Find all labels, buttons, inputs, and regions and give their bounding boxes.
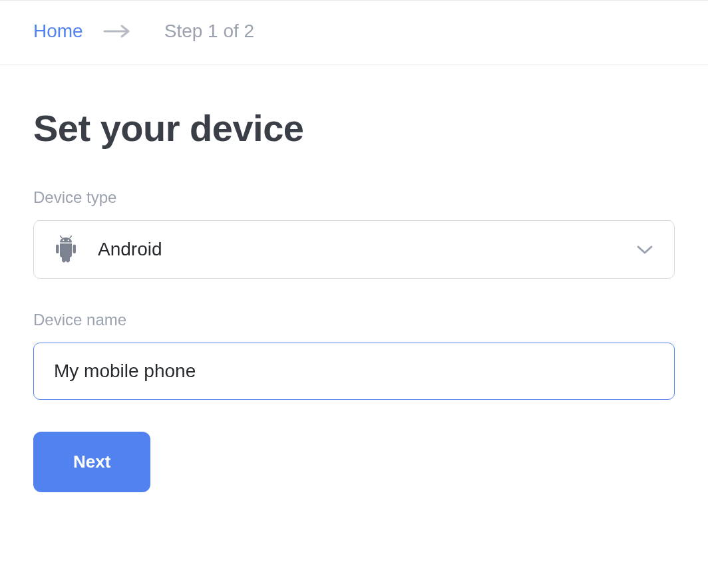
- next-button[interactable]: Next: [33, 432, 150, 492]
- page-title: Set your device: [33, 106, 675, 150]
- svg-rect-5: [56, 245, 59, 254]
- arrow-right-icon: [103, 23, 131, 39]
- breadcrumb-step-label: Step 1 of 2: [164, 21, 254, 42]
- breadcrumb: Home Step 1 of 2: [0, 1, 708, 65]
- svg-point-2: [68, 239, 69, 241]
- svg-line-3: [61, 236, 62, 238]
- device-type-select[interactable]: Android: [33, 220, 675, 279]
- svg-rect-6: [73, 245, 77, 254]
- svg-line-4: [70, 236, 71, 238]
- chevron-down-icon: [635, 244, 654, 255]
- device-name-input[interactable]: [33, 343, 675, 400]
- device-type-label: Device type: [33, 188, 675, 207]
- device-type-value: Android: [98, 239, 635, 260]
- android-icon: [54, 235, 78, 263]
- svg-point-1: [63, 239, 64, 241]
- breadcrumb-home-link[interactable]: Home: [33, 21, 83, 42]
- device-name-label: Device name: [33, 311, 675, 329]
